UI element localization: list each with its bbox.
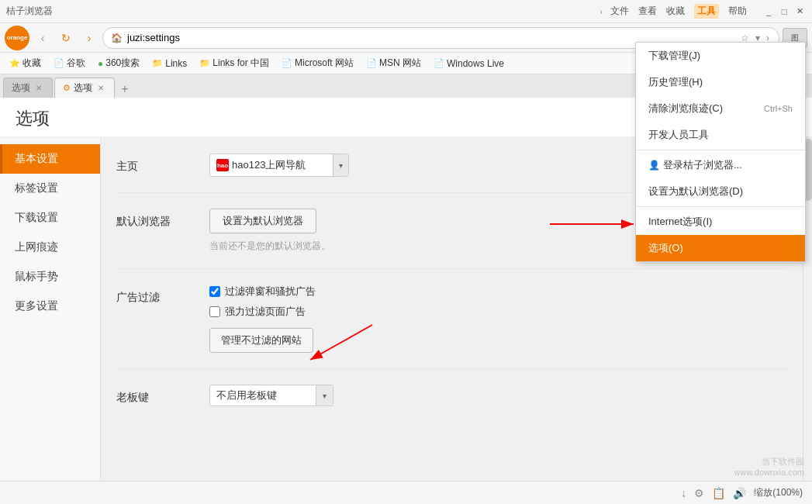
dropdown-item-history[interactable]: 历史管理(H) [636,69,805,95]
boss-key-dropdown-button[interactable]: ▾ [316,385,333,406]
microsoft-icon: 📄 [282,58,292,68]
dropdown-set-default-label: 设置为默认浏览器(D) [648,185,743,198]
menu-wenjian[interactable]: 文件 [610,5,629,18]
links-icon: 📁 [152,58,163,68]
homepage-value: hao123上网导航 [232,158,306,172]
dropdown-internet-options-label: Internet选项(I) [648,215,712,229]
homepage-dropdown-button[interactable]: ▾ [333,154,348,176]
forward-button[interactable]: › [79,28,99,48]
app-logo: orange [5,26,29,50]
dropdown-item-options[interactable]: 选项(O) [636,235,805,261]
sidebar: 基本设置 标签设置 下载设置 上网痕迹 鼠标手势 更多设置 [0,138,101,481]
tab-2-label: 选项 [74,81,92,95]
bookmark-links-china[interactable]: 📁 Links for 中国 [195,55,274,71]
tab-2-icon: ⚙ [63,83,71,93]
tab-1-close-button[interactable]: ✕ [33,83,44,94]
download-icon[interactable]: ↓ [681,487,686,499]
boss-key-value: 不启用老板键 [210,388,316,402]
filter-page-label: 强力过滤页面广告 [225,305,306,319]
checkbox-row-1: 过滤弹窗和骚扰广告 [209,285,787,299]
tab-1-label: 选项 [12,81,30,95]
bookmark-shoucang[interactable]: ⭐ 收藏 [5,55,46,71]
dropdown-item-set-default[interactable]: 设置为默认浏览器(D) [636,178,805,205]
dropdown-login-label: 👤登录桔子浏览器... [648,158,742,172]
menu-gongju[interactable]: 工具 [694,4,719,19]
dropdown-item-clear[interactable]: 清除浏览痕迹(C) Ctrl+Sh [636,95,805,122]
dropdown-item-internet-options[interactable]: Internet选项(I) [636,209,805,235]
address-lock-icon: 🏠 [111,33,123,43]
manage-filter-button[interactable]: 管理不过滤的网站 [209,328,313,353]
default-browser-label: 默认浏览器 [116,209,178,229]
msn-icon: 📄 [366,58,377,68]
dropdown-clear-shortcut: Ctrl+Sh [764,104,793,113]
boss-key-label: 老板键 [116,385,178,405]
dropdown-options-label: 选项(O) [648,241,683,255]
bookmark-windows-live[interactable]: 📄 Windows Live [429,57,509,71]
window-minimize-button[interactable]: _ [762,5,775,18]
settings-icon[interactable]: ⚙ [694,487,704,499]
homepage-select-inner: hao hao123上网导航 [210,158,333,172]
dropdown-item-devtools[interactable]: 开发人员工具 [636,122,805,148]
boss-key-control: 不启用老板键 ▾ [209,385,787,406]
filter-popup-label: 过滤弹窗和骚扰广告 [225,285,316,299]
bookmark-360[interactable]: ● 360搜索 [93,55,144,71]
homepage-select[interactable]: hao hao123上网导航 ▾ [209,154,349,177]
volume-icon[interactable]: 🔊 [733,487,746,499]
homepage-label: 主页 [116,154,178,174]
nav-arrow: › [599,7,603,16]
menu-shoucang[interactable]: 收藏 [666,5,685,18]
bookmark-msn[interactable]: 📄 MSN 网站 [361,55,426,71]
dropdown-item-login[interactable]: 👤登录桔子浏览器... [636,152,805,178]
dropdown-clear-label: 清除浏览痕迹(C) [648,102,723,116]
google-icon: 📄 [54,58,64,68]
window-maximize-button[interactable]: □ [778,5,790,18]
refresh-button[interactable]: ↻ [56,28,76,48]
menu-bangzhu[interactable]: 帮助 [728,5,747,18]
shoucang-icon: ⭐ [9,58,20,68]
zoom-level: 缩放(100%) [754,486,803,499]
sidebar-item-more[interactable]: 更多设置 [0,292,100,321]
links-china-icon: 📁 [199,58,210,68]
sidebar-item-tabs[interactable]: 标签设置 [0,174,100,203]
boss-key-section: 老板键 不启用老板键 ▾ [116,369,787,422]
dropdown-history-label: 历史管理(H) [648,75,703,89]
titlebar-right: › 文件 查看 收藏 工具 帮助 _ □ ✕ [599,4,806,19]
dropdown-devtools-label: 开发人员工具 [648,128,709,142]
dropdown-divider-2 [636,206,805,207]
titlebar: 桔子浏览器 › 文件 查看 收藏 工具 帮助 _ □ ✕ [0,0,812,23]
sidebar-item-mouse[interactable]: 鼠标手势 [0,262,100,292]
tab-add-button[interactable]: + [116,81,133,98]
login-person-icon: 👤 [648,160,660,171]
back-button[interactable]: ‹ [33,28,53,48]
set-default-browser-button[interactable]: 设置为默认浏览器 [209,209,316,233]
boss-key-select[interactable]: 不启用老板键 ▾ [209,385,333,406]
dropdown-download-label: 下载管理(J) [648,49,700,63]
dropdown-divider-1 [636,150,805,150]
sidebar-item-basic[interactable]: 基本设置 [0,144,100,174]
checkbox-row-2: 强力过滤页面广告 [209,305,787,319]
filter-popup-checkbox[interactable] [209,286,220,297]
bottom-bar: ↓ ⚙ 📋 🔊 缩放(100%) [0,481,812,504]
bookmark-microsoft[interactable]: 📄 Microsoft 网站 [277,55,358,71]
bookmark-links[interactable]: 📁 Links [147,57,192,71]
dropdown-item-download[interactable]: 下载管理(J) [636,43,805,69]
tab-1[interactable]: 选项 ✕ [3,78,53,98]
tools-dropdown-menu: 下载管理(J) 历史管理(H) 清除浏览痕迹(C) Ctrl+Sh 开发人员工具… [635,42,806,262]
menu-chakan[interactable]: 查看 [638,5,657,18]
hao123-icon: hao [216,159,229,171]
bookmark-google[interactable]: 📄 谷歌 [49,55,90,71]
window-close-button[interactable]: ✕ [793,5,806,18]
tab-2-close-button[interactable]: ✕ [95,83,106,94]
ad-filter-control: 过滤弹窗和骚扰广告 强力过滤页面广告 管理不过滤的网站 [209,285,787,353]
ad-filter-section: 广告过滤 过滤弹窗和骚扰广告 强力过滤页面广告 管理不过滤的网站 [116,269,787,369]
clipboard-icon[interactable]: 📋 [712,487,725,499]
360-icon: ● [98,58,103,69]
sidebar-item-history[interactable]: 上网痕迹 [0,233,100,262]
titlebar-left: 桔子浏览器 [6,5,53,18]
app-title: 桔子浏览器 [6,5,53,18]
ad-filter-label: 广告过滤 [116,285,178,305]
filter-page-checkbox[interactable] [209,306,220,317]
sidebar-item-download[interactable]: 下载设置 [0,203,100,233]
windows-live-icon: 📄 [434,58,444,68]
tab-2[interactable]: ⚙ 选项 ✕ [54,78,115,98]
